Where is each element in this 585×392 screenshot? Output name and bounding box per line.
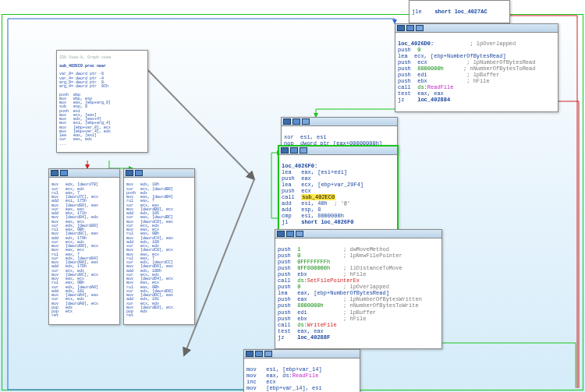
collapse-icon[interactable] — [283, 118, 291, 125]
group-icon[interactable] — [60, 170, 68, 176]
node-writefile[interactable]: push 1 ; dwMoveMethod push 0 ; lpNewFile… — [275, 229, 442, 349]
node-header — [282, 118, 397, 126]
color-icon[interactable] — [416, 25, 424, 31]
node-body: IDA View-A, Graph view sub_402EC0 proc n… — [57, 51, 147, 152]
node-left-col-a[interactable]: mov edx, [dword78] xor ecx, edx rol eax,… — [48, 168, 120, 325]
node-body: loc_4026F0: lea eax, [esi+edi] push eax … — [279, 155, 397, 234]
node-header — [395, 24, 558, 33]
node-increment[interactable]: mov esi, [ebp+var_14] mov eax, ds:ReadFi… — [243, 349, 360, 392]
node-readfile[interactable]: loc_4026D0: ; lpOverlapped push 0 lea ec… — [395, 23, 558, 112]
group-icon[interactable] — [135, 170, 143, 176]
decl-line: arg_4= dword ptr 0Ch — [59, 84, 108, 89]
color-icon[interactable] — [264, 351, 272, 357]
node-header — [124, 169, 194, 178]
collapse-icon[interactable] — [51, 170, 58, 176]
label: loc_4026D0: — [398, 41, 434, 47]
instr: jle — [412, 9, 422, 15]
instr-list: push ebp mov ebp, esp mov eax, [ebp+arg_… — [59, 93, 111, 147]
color-icon[interactable] — [302, 118, 310, 125]
color-icon[interactable] — [296, 231, 303, 237]
highlighted-call[interactable]: sub_402EC0 — [301, 194, 335, 200]
node-loop[interactable]: loc_4026F0: lea eax, [esi+edi] push eax … — [278, 145, 399, 235]
target: short loc_4027AC — [434, 9, 487, 15]
collapse-icon[interactable] — [277, 231, 285, 237]
node-body: push 1 ; dwMoveMethod push 0 ; lpNewFile… — [275, 238, 441, 348]
group-icon[interactable] — [292, 118, 300, 125]
group-icon[interactable] — [290, 147, 298, 154]
node-body: mov edx, 18h xor ecx, [dwordB0] push edx… — [124, 178, 194, 324]
group-icon[interactable] — [255, 351, 263, 357]
node-header — [279, 147, 397, 155]
instr-list: mov edx, 18h xor ecx, [dwordB0] push edx… — [126, 182, 173, 318]
node-left-col-b[interactable]: mov edx, 18h xor ecx, [dwordB0] push edx… — [123, 168, 195, 325]
node-header — [244, 350, 360, 358]
node-proc-header[interactable]: IDA View-A, Graph view sub_402EC0 proc n… — [56, 50, 148, 153]
collapse-icon[interactable] — [281, 147, 289, 154]
color-icon[interactable] — [300, 147, 307, 154]
collapse-icon[interactable] — [126, 170, 133, 176]
node-body: mov edx, [dword78] xor ecx, edx rol eax,… — [49, 178, 119, 324]
group-icon[interactable] — [406, 25, 414, 31]
node-header — [275, 230, 441, 238]
view-caption: IDA View-A, Graph view — [59, 55, 111, 60]
collapse-icon[interactable] — [246, 351, 254, 357]
node-body: mov esi, [ebp+var_14] mov eax, ds:ReadFi… — [244, 358, 360, 392]
node-top-branch[interactable]: jle short loc_4027AC — [409, 0, 510, 23]
collapse-icon[interactable] — [397, 25, 405, 31]
node-body: loc_4026D0: ; lpOverlapped push 0 lea ec… — [395, 33, 558, 111]
cmt: ; lpOverlapped — [470, 41, 516, 47]
node-header — [49, 169, 119, 178]
instr-list: mov edx, [dword78] xor ecx, edx rol eax,… — [51, 182, 98, 318]
group-icon[interactable] — [286, 231, 294, 237]
proc-name: sub_402EC0 proc near — [59, 64, 106, 69]
